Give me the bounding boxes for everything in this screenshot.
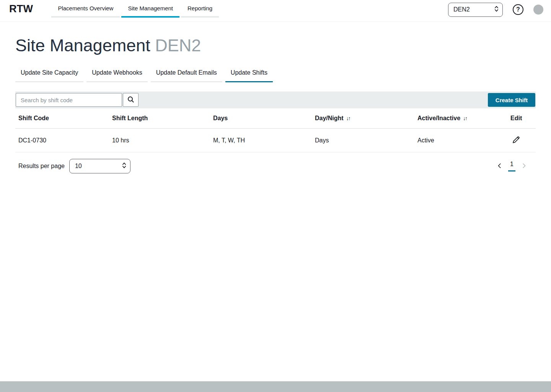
help-icon[interactable]: ? [513, 4, 523, 15]
pagination: 1 [496, 161, 527, 172]
select-stepper-icon [122, 162, 126, 170]
col-days: Days [210, 115, 312, 122]
chevron-right-icon [521, 163, 527, 170]
header-right: DEN2 ? [448, 0, 551, 19]
create-shift-button[interactable]: Create Shift [488, 93, 535, 107]
page-title-text: Site Management [15, 36, 150, 55]
cell-shift-code: DC1-0730 [15, 137, 109, 144]
prev-page-button[interactable] [496, 162, 503, 170]
app-screen: RTW Placements Overview Site Management … [0, 0, 551, 392]
sort-icon-active-inactive[interactable]: ↓↑ [463, 115, 467, 121]
site-select[interactable]: DEN2 [448, 3, 503, 17]
shifts-toolbar: Create Shift [15, 91, 536, 108]
table-footer: Results per page 10 1 [15, 159, 536, 173]
main-content: Site Management DEN2 Update Site Capacit… [0, 36, 551, 173]
edit-shift-button[interactable] [510, 135, 522, 146]
site-select-value: DEN2 [453, 6, 470, 13]
nav-reporting[interactable]: Reporting [181, 0, 219, 18]
tab-update-site-capacity[interactable]: Update Site Capacity [15, 67, 83, 82]
tab-update-webhooks[interactable]: Update Webhooks [86, 67, 147, 82]
col-shift-code: Shift Code [15, 115, 109, 122]
cell-day-night: Days [312, 137, 414, 144]
nav-placements-overview[interactable]: Placements Overview [51, 0, 120, 18]
sort-icon-day-night[interactable]: ↓↑ [346, 115, 350, 121]
cell-active-inactive: Active [414, 137, 507, 144]
avatar[interactable] [533, 5, 543, 15]
select-stepper-icon [494, 5, 499, 14]
chevron-left-icon [497, 163, 502, 170]
search-icon [127, 96, 134, 104]
col-day-night-label: Day/Night [315, 115, 344, 122]
nav-site-management[interactable]: Site Management [121, 0, 179, 18]
cell-edit [507, 135, 536, 146]
results-per-page: Results per page 10 [18, 159, 130, 173]
tab-update-default-emails[interactable]: Update Default Emails [151, 67, 222, 82]
top-nav: Placements Overview Site Management Repo… [51, 0, 220, 18]
col-edit: Edit [507, 115, 536, 122]
section-tabs: Update Site Capacity Update Webhooks Upd… [15, 67, 536, 82]
results-per-page-value: 10 [75, 163, 82, 170]
page-title: Site Management DEN2 [15, 36, 536, 56]
pencil-icon [512, 136, 520, 145]
shifts-table: Shift Code Shift Length Days Day/Night ↓… [15, 108, 536, 152]
cell-shift-length: 10 hrs [109, 137, 210, 144]
cell-days: M, T, W, TH [210, 137, 312, 144]
col-shift-length: Shift Length [109, 115, 210, 122]
col-active-inactive[interactable]: Active/Inactive ↓↑ [414, 115, 507, 122]
col-day-night[interactable]: Day/Night ↓↑ [312, 115, 414, 122]
tab-update-shifts[interactable]: Update Shifts [225, 67, 273, 82]
results-per-page-label: Results per page [18, 163, 65, 170]
page-number-current[interactable]: 1 [508, 161, 515, 172]
app-logo: RTW [9, 0, 33, 18]
page-title-site: DEN2 [155, 36, 201, 55]
footer-bar [0, 381, 551, 392]
search-input[interactable] [16, 93, 122, 107]
top-header: RTW Placements Overview Site Management … [0, 0, 551, 22]
search-button[interactable] [123, 93, 139, 107]
table-row: DC1-0730 10 hrs M, T, W, TH Days Active [15, 129, 536, 152]
search-group [16, 93, 139, 107]
next-page-button[interactable] [520, 162, 527, 170]
table-header-row: Shift Code Shift Length Days Day/Night ↓… [15, 108, 536, 129]
col-active-inactive-label: Active/Inactive [417, 115, 460, 122]
results-per-page-select[interactable]: 10 [69, 159, 130, 173]
